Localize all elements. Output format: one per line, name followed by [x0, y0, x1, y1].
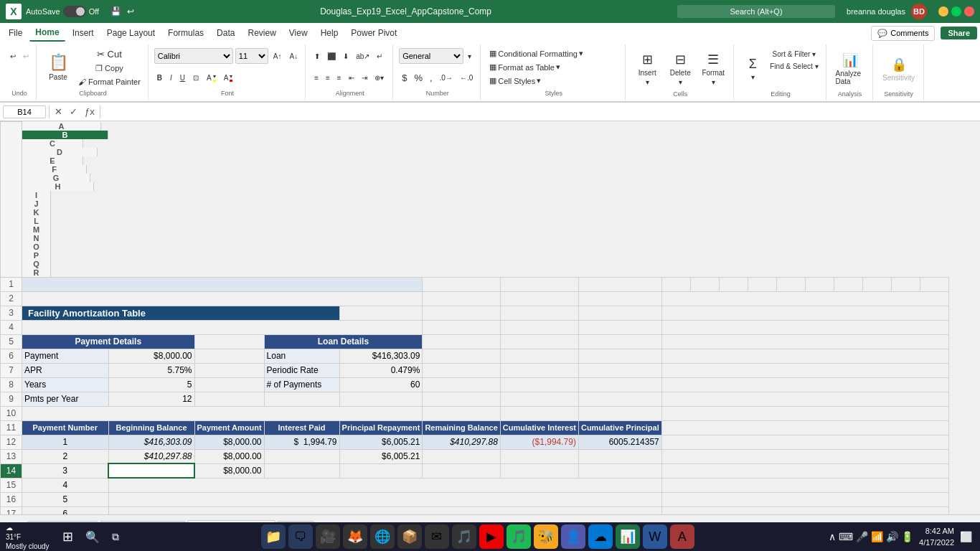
cell-A1[interactable] — [22, 277, 423, 291]
col-header-N[interactable]: N — [22, 234, 51, 242]
copy-button[interactable]: ❐ Copy — [75, 62, 143, 75]
col-header-H[interactable]: H — [22, 182, 94, 191]
cell-B8[interactable]: 5 — [108, 377, 194, 392]
fill-color-button[interactable]: A▾ — [204, 72, 219, 83]
task-view-button[interactable]: ⧉ — [104, 525, 127, 548]
cell-C8[interactable] — [194, 377, 264, 392]
wifi-icon[interactable]: 📶 — [871, 531, 883, 542]
cell-M1[interactable] — [776, 277, 805, 291]
cell-B11[interactable]: Beginning Balance — [108, 420, 194, 435]
cell-D7[interactable]: Periodic Rate — [264, 363, 339, 377]
cell-C11[interactable]: Payment Amount — [194, 420, 264, 435]
row-num-8[interactable]: 8 — [1, 377, 22, 392]
font-size-select[interactable]: 11 — [235, 48, 268, 64]
row-num-5[interactable]: 5 — [1, 334, 22, 349]
cell-A12[interactable]: 1 — [22, 435, 109, 449]
cell-A8[interactable]: Years — [22, 377, 109, 392]
decrease-indent-button[interactable]: ⇤ — [346, 72, 357, 83]
cell-styles-button[interactable]: ▦ Cell Styles ▾ — [486, 75, 586, 87]
redo-button[interactable]: ↩ — [20, 51, 32, 62]
cell-C13[interactable]: $8,000.00 — [194, 449, 264, 463]
cell-H13[interactable] — [578, 449, 661, 463]
formula-input[interactable] — [103, 105, 977, 118]
row-num-1[interactable]: 1 — [1, 277, 22, 291]
confirm-formula-icon[interactable]: ✓ — [67, 106, 80, 117]
col-header-B[interactable]: B — [22, 131, 108, 139]
cell-A15[interactable]: 4 — [22, 478, 109, 492]
row-num-9[interactable]: 9 — [1, 392, 22, 406]
row-num-14[interactable]: 14 — [1, 463, 22, 478]
cell-D12[interactable]: $ 1,994.79 — [264, 435, 339, 449]
col-header-C[interactable]: C — [22, 139, 83, 148]
col-header-R[interactable]: R — [22, 268, 51, 277]
col-header-M[interactable]: M — [22, 225, 51, 234]
decrease-decimal-button[interactable]: ←.0 — [457, 72, 476, 83]
taskbar-excel[interactable]: 📊 — [616, 524, 640, 549]
font-grow-button[interactable]: A↑ — [270, 51, 285, 62]
keyboard-icon[interactable]: ⌨ — [839, 531, 853, 542]
cell-H3[interactable] — [578, 306, 661, 320]
border-button[interactable]: ⊡ — [190, 72, 202, 83]
row-num-6[interactable]: 6 — [1, 349, 22, 363]
search-box[interactable]: Search (Alt+Q) — [677, 5, 835, 18]
save-icon[interactable]: 💾 — [110, 6, 121, 17]
taskbar-mail[interactable]: ✉ — [425, 524, 449, 549]
taskbar-explorer[interactable]: 📁 — [261, 524, 286, 549]
row-num-10[interactable]: 10 — [1, 406, 22, 420]
cell-H1[interactable] — [578, 277, 661, 291]
insert-function-icon[interactable]: ƒx — [83, 106, 97, 117]
comma-button[interactable]: , — [427, 71, 435, 85]
cell-F11[interactable]: Remaining Balance — [423, 420, 500, 435]
orientation-button[interactable]: ab↗ — [353, 51, 372, 62]
sort-filter-button[interactable]: Sort & Filter ▾ — [767, 49, 821, 60]
menu-item-review[interactable]: Review — [242, 25, 281, 41]
cell-E3[interactable] — [339, 306, 423, 320]
row-num-17[interactable]: 17 — [1, 507, 22, 514]
number-format-select[interactable]: General — [399, 48, 463, 64]
cell-N1[interactable] — [805, 277, 834, 291]
cell-A3[interactable]: Facility Amortization Table — [22, 306, 340, 320]
cell-F12[interactable]: $410,297.88 — [423, 435, 500, 449]
increase-decimal-button[interactable]: .0→ — [437, 72, 456, 83]
comments-button[interactable]: 💬 Comments — [871, 26, 935, 41]
search-taskbar[interactable]: 🔍 — [81, 525, 104, 548]
col-header-E[interactable]: E — [22, 156, 83, 165]
col-header-Q[interactable]: Q — [22, 260, 51, 268]
menu-item-page-layout[interactable]: Page Layout — [101, 25, 161, 41]
start-button[interactable]: ⊞ — [55, 524, 81, 550]
format-as-table-button[interactable]: ▦ Format as Table ▾ — [486, 61, 586, 73]
cell-C5[interactable] — [194, 334, 264, 349]
currency-button[interactable]: $ — [399, 71, 410, 85]
cell-E8[interactable]: 60 — [339, 377, 423, 392]
cell-O1[interactable] — [834, 277, 862, 291]
col-header-O[interactable]: O — [22, 242, 51, 251]
col-header-G[interactable]: G — [22, 174, 90, 182]
cell-A11[interactable]: Payment Number — [22, 420, 109, 435]
cell-E12[interactable]: $6,005.21 — [339, 435, 423, 449]
row-num-15[interactable]: 15 — [1, 478, 22, 492]
percent-button[interactable]: % — [411, 71, 425, 85]
avatar[interactable]: BD — [911, 4, 927, 19]
cell-H12[interactable]: 6005.214357 — [578, 435, 661, 449]
cell-F1[interactable] — [423, 277, 500, 291]
format-painter-button[interactable]: 🖌 Format Painter — [75, 76, 143, 88]
taskbar-music[interactable]: 🎵 — [452, 524, 476, 549]
taskbar-onedrive[interactable]: ☁ — [588, 524, 613, 549]
row-num-16[interactable]: 16 — [1, 492, 22, 507]
cell-G12[interactable]: ($1,994.79) — [500, 435, 578, 449]
share-button[interactable]: Share — [941, 27, 977, 39]
col-header-F[interactable]: F — [22, 165, 87, 174]
font-name-select[interactable]: Calibri — [154, 48, 233, 64]
analyze-data-button[interactable]: 📊 Analyze Data — [832, 49, 868, 89]
autosum-button[interactable]: Σ ▾ — [740, 49, 765, 89]
cell-A13[interactable]: 2 — [22, 449, 109, 463]
cell-G13[interactable] — [500, 449, 578, 463]
col-header-K[interactable]: K — [22, 208, 51, 217]
cell-P1[interactable] — [862, 277, 891, 291]
taskbar-youtube[interactable]: ▶ — [479, 524, 504, 549]
cell-B12[interactable]: $416,303.09 — [108, 435, 194, 449]
number-format-expand[interactable]: ▾ — [465, 51, 474, 62]
cell-A9[interactable]: Pmts per Year — [22, 392, 109, 406]
insert-cells-button[interactable]: ⊞ Insert ▾ — [631, 49, 663, 89]
underline-button[interactable]: U — [177, 72, 188, 83]
